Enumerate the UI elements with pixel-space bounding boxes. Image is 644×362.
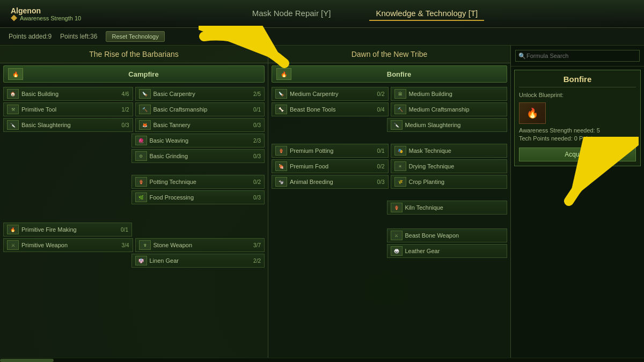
premium-food-item[interactable]: 🍖 Premium Food 0/2 xyxy=(272,159,389,173)
primitive-weapon-item[interactable]: ⚔ Primitive Weapon 3/4 xyxy=(3,238,133,252)
basic-building-item[interactable]: 🏠 Basic Building 4/6 xyxy=(3,87,133,101)
scrollbar-thumb xyxy=(0,359,54,362)
campfire-header: 🔥 Campfire xyxy=(3,65,265,83)
kiln-technique-icon: 🏺 xyxy=(391,203,402,212)
basic-carpentry-item[interactable]: 🪚 Basic Carpentry 2/5 xyxy=(135,87,265,101)
medium-building-icon: 🏛 xyxy=(394,89,406,99)
basic-slaughtering-icon: 🔪 xyxy=(7,120,19,130)
basic-craftsmanship-item[interactable]: 🔨 Basic Craftsmanship 0/1 xyxy=(135,102,265,116)
beast-bone-tools-name: Beast Bone Tools xyxy=(290,106,375,113)
basic-slaughtering-count: 0/3 xyxy=(122,122,129,128)
tab-mask-repair[interactable]: Mask Node Repair [Y] xyxy=(246,6,338,21)
beast-bone-tools-item[interactable]: 🦴 Beast Bone Tools 0/4 xyxy=(272,102,389,116)
basic-slaughtering-item[interactable]: 🔪 Basic Slaughtering 0/3 xyxy=(3,118,133,132)
c-row-weapon: ⚔ Beast Bone Weapon xyxy=(272,228,507,242)
c-row-food: 🍖 Premium Food 0/2 ☀ Drying Technique xyxy=(272,159,507,173)
food-processing-item[interactable]: 🌿 Food Processing 0/3 xyxy=(131,190,265,204)
points-left: Points left:36 xyxy=(60,33,97,40)
animal-breeding-count: 0/3 xyxy=(377,179,385,185)
mask-technique-name: Mask Technique xyxy=(409,147,504,154)
c-row-2: 🦴 Beast Bone Tools 0/4 🔨 Medium Craftsma… xyxy=(272,102,507,116)
primitive-tool-item[interactable]: ⚒ Primitive Tool 1/2 xyxy=(3,102,133,116)
skill-row-4: 🧶 Basic Weaving 2/3 xyxy=(3,134,265,147)
stone-weapon-name: Stone Weapon xyxy=(153,242,251,248)
mask-technique-item[interactable]: 🎭 Mask Technique xyxy=(391,144,508,158)
nav-tabs: Mask Node Repair [Y] Knowledge & Technol… xyxy=(97,6,633,21)
bonfire-icon: 🔥 xyxy=(276,68,291,80)
c-row-animal: 🐄 Animal Breeding 0/3 🌾 Crop Planting xyxy=(272,175,507,189)
animal-breeding-icon: 🐄 xyxy=(275,177,287,187)
premium-potting-count: 0/1 xyxy=(377,148,385,154)
medium-building-name: Medium Building xyxy=(409,91,504,97)
animal-breeding-name: Animal Breeding xyxy=(290,179,375,185)
bonfire-label: Bonfire xyxy=(296,70,502,78)
center-panel-title: Dawn of the New Tribe xyxy=(268,46,510,63)
drying-technique-icon: ☀ xyxy=(394,161,406,171)
premium-food-icon: 🍖 xyxy=(275,161,287,171)
tab-knowledge[interactable]: Knowledge & Technology [T] xyxy=(369,6,484,21)
animal-breeding-item[interactable]: 🐄 Animal Breeding 0/3 xyxy=(272,175,389,189)
crop-planting-item[interactable]: 🌾 Crop Planting xyxy=(391,175,508,189)
horizontal-scrollbar[interactable] xyxy=(0,358,644,362)
c-row-3: 🔪 Medium Slaughtering xyxy=(272,118,507,132)
linen-gear-icon: 👘 xyxy=(135,256,147,265)
medium-slaughtering-icon: 🔪 xyxy=(391,120,402,130)
premium-potting-icon: 🏺 xyxy=(275,146,287,156)
potting-technique-name: Potting Technique xyxy=(150,179,251,185)
food-processing-name: Food Processing xyxy=(150,194,251,201)
medium-carpentry-item[interactable]: 🪚 Medium Carpentry 0/2 xyxy=(272,87,389,101)
primitive-fire-name: Primitive Fire Making xyxy=(21,226,118,233)
center-skills-scroll[interactable]: 🪚 Medium Carpentry 0/2 🏛 Medium Building… xyxy=(268,85,510,358)
medium-carpentry-icon: 🪚 xyxy=(275,89,287,99)
basic-tannery-item[interactable]: 🦊 Basic Tannery 0/3 xyxy=(135,118,265,132)
awareness-icon xyxy=(11,15,17,21)
beast-bone-weapon-icon: ⚔ xyxy=(391,231,402,240)
premium-potting-item[interactable]: 🏺 Premium Potting 0/1 xyxy=(272,144,389,158)
acquired-button[interactable]: Acquired xyxy=(519,147,636,161)
leather-gear-name: Leather Gear xyxy=(405,248,504,254)
primitive-fire-item[interactable]: 🔥 Primitive Fire Making 0/1 xyxy=(3,223,132,237)
medium-slaughtering-item[interactable]: 🔪 Medium Slaughtering xyxy=(387,118,508,132)
skill-row-2: ⚒ Primitive Tool 1/2 🔨 Basic Craftsmansh… xyxy=(3,102,265,116)
potting-technique-count: 0/2 xyxy=(253,179,261,185)
basic-grinding-item[interactable]: ⚙ Basic Grinding 0/3 xyxy=(131,149,265,163)
fire-row: 🔥 Primitive Fire Making 0/1 xyxy=(3,223,265,237)
basic-weaving-item[interactable]: 🧶 Basic Weaving 2/3 xyxy=(131,134,265,147)
search-wrapper: 🔍 xyxy=(515,50,640,62)
beast-bone-weapon-item[interactable]: ⚔ Beast Bone Weapon xyxy=(387,228,508,242)
awareness-row: Awareness Strength 10 xyxy=(11,15,97,21)
center-skills-grid: 🪚 Medium Carpentry 0/2 🏛 Medium Building… xyxy=(268,85,510,260)
basic-craftsmanship-icon: 🔨 xyxy=(139,105,151,114)
skill-row-3: 🔪 Basic Slaughtering 0/3 🦊 Basic Tannery… xyxy=(3,118,265,132)
stone-weapon-count: 3/7 xyxy=(253,242,261,248)
panel-center: Dawn of the New Tribe 🔥 Bonfire 🪚 Medium… xyxy=(268,46,511,358)
basic-grinding-icon: ⚙ xyxy=(135,151,147,161)
content-area: The Rise of the Barbarians 🔥 Campfire 🏠 … xyxy=(0,46,644,358)
basic-carpentry-count: 2/5 xyxy=(253,91,261,97)
leather-gear-item[interactable]: 🥋 Leather Gear xyxy=(387,244,508,258)
medium-building-item[interactable]: 🏛 Medium Building xyxy=(391,87,508,101)
primitive-weapon-icon: ⚔ xyxy=(7,240,19,250)
c-row-gear: 🥋 Leather Gear xyxy=(272,244,507,258)
mask-technique-icon: 🎭 xyxy=(394,146,406,156)
basic-building-count: 4/6 xyxy=(122,91,129,97)
skill-row-5: ⚙ Basic Grinding 0/3 xyxy=(3,149,265,163)
gear-row-left: 👘 Linen Gear 2/2 xyxy=(3,254,265,268)
primitive-weapon-name: Primitive Weapon xyxy=(21,242,119,248)
basic-carpentry-icon: 🪚 xyxy=(139,89,151,99)
formula-search-input[interactable] xyxy=(515,50,640,62)
skill-row-7: 🌿 Food Processing 0/3 xyxy=(3,190,265,204)
potting-technique-item[interactable]: 🏺 Potting Technique 0/2 xyxy=(131,175,265,189)
kiln-technique-item[interactable]: 🏺 Kiln Technique xyxy=(387,201,508,215)
bonfire-info-title: Bonfire xyxy=(519,75,636,87)
linen-gear-item[interactable]: 👘 Linen Gear 2/2 xyxy=(131,254,265,268)
beast-bone-tools-count: 0/4 xyxy=(377,107,385,113)
medium-craftsmanship-name: Medium Craftsmanship xyxy=(409,106,504,113)
stone-weapon-item[interactable]: 🗡 Stone Weapon 3/7 xyxy=(135,238,265,252)
left-skills-scroll[interactable]: 🔥 Campfire 🏠 Basic Building 4/6 xyxy=(0,63,268,358)
drying-technique-item[interactable]: ☀ Drying Technique xyxy=(391,159,508,173)
reset-technology-button[interactable]: Reset Technology xyxy=(106,31,164,42)
primitive-fire-icon: 🔥 xyxy=(7,225,19,234)
primitive-fire-count: 0/1 xyxy=(121,227,128,233)
medium-craftsmanship-item[interactable]: 🔨 Medium Craftsmanship xyxy=(391,102,508,116)
